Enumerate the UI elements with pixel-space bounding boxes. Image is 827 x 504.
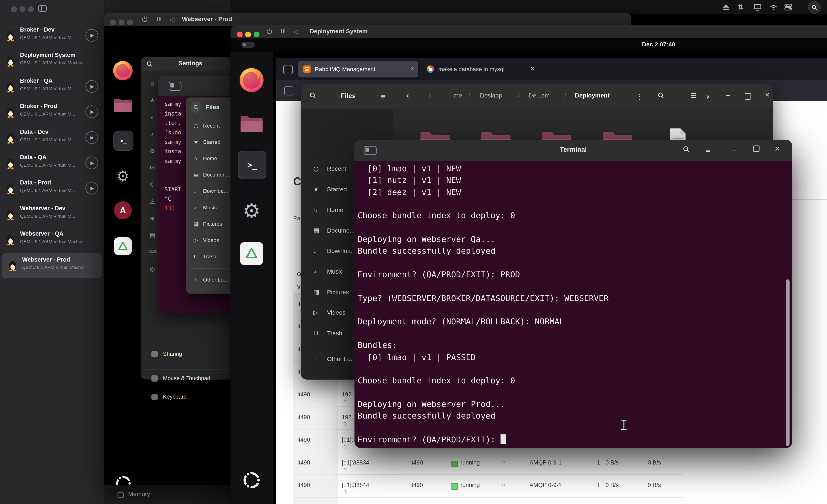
settings-category-icon[interactable]: ⚙ (150, 148, 155, 154)
vm-play-button[interactable]: ▶ (86, 80, 98, 93)
files-menu-videos[interactable]: ▷Videos (189, 233, 236, 248)
hamburger-menu-icon[interactable]: ≡ (381, 92, 385, 101)
connection-name[interactable]: [::1]:38844 (342, 482, 369, 488)
settings-category-icon[interactable]: ▦ (150, 232, 155, 238)
settings-header[interactable]: Settings (141, 57, 240, 71)
vm-play-button[interactable]: ▶ (86, 105, 98, 118)
settings-category-icon[interactable]: ◎ (150, 266, 155, 272)
vm2-zoom-button[interactable] (254, 32, 259, 37)
connection-row[interactable]: it490 [::1]:38844 ? it490 running ○ AMQP… (293, 474, 683, 498)
search-icon[interactable] (309, 92, 316, 101)
terminal-new-tab-icon[interactable] (169, 82, 182, 91)
files-menu-recent[interactable]: ◷Recent (189, 118, 236, 133)
pause-icon[interactable] (279, 28, 286, 35)
breadcrumb-home[interactable]: me (453, 92, 462, 99)
window-minimize-icon[interactable]: – (726, 90, 730, 100)
sidebar-toggle-icon[interactable] (38, 5, 47, 14)
vm-play-button[interactable]: ▶ (86, 182, 98, 195)
files-menu-home[interactable]: ⌂Home (189, 151, 236, 166)
vm-list-item-data-qa[interactable]: Data - QA QEMU 9.1 ARM Virtual M... ▶ (0, 151, 104, 176)
vm-list-item-data-prod[interactable]: Data - Prod QEMU 9.1 ARM Virtual M... ▶ (0, 176, 104, 201)
settings-item-keyboard[interactable]: Keyboard (145, 390, 236, 404)
list-view-icon[interactable] (690, 92, 697, 101)
dock-firefox-icon[interactable] (238, 66, 265, 94)
settings-category-icon[interactable]: ♪ (151, 131, 154, 137)
terminal-header[interactable]: Terminal ≡ – × (354, 140, 792, 161)
ubuntu-clock[interactable]: Dec 2 07:40 (642, 41, 675, 47)
window-maximize-icon[interactable] (753, 144, 759, 154)
files-menu-documents[interactable]: ▤Documen... (189, 168, 236, 183)
dock-files-icon[interactable] (113, 96, 133, 113)
search-in-folder-icon[interactable] (657, 92, 665, 101)
menubar-updown-icon[interactable]: ⇅ (736, 3, 745, 12)
spotlight-search-icon[interactable] (808, 1, 821, 14)
vm1-close-button[interactable] (110, 19, 116, 26)
forward-icon[interactable]: › (428, 91, 431, 100)
menubar-eject-icon[interactable] (722, 3, 730, 12)
back-icon[interactable]: ◁ (168, 16, 176, 23)
window-close-icon[interactable]: × (775, 145, 780, 154)
files-menu-pictures[interactable]: ▦Pictures (189, 217, 236, 232)
settings-category-icon[interactable]: ⊕ (150, 215, 155, 221)
menubar-display-icon[interactable] (753, 3, 762, 12)
vm-play-button[interactable]: ▶ (86, 29, 98, 42)
utm-minimize-button[interactable] (19, 6, 26, 12)
dock-software-recycle-icon[interactable] (114, 237, 132, 255)
settings-category-icon[interactable]: ⌨ (148, 249, 157, 255)
power-icon[interactable] (141, 16, 148, 23)
utm-close-button[interactable] (11, 6, 17, 12)
settings-category-icon[interactable]: ★ (150, 97, 155, 103)
terminal-search-icon[interactable] (682, 146, 690, 155)
tab-close-icon[interactable]: × (410, 65, 414, 72)
window-maximize-icon[interactable] (745, 92, 751, 102)
settings-category-icon[interactable]: ◐ (151, 114, 154, 120)
window-minimize-icon[interactable]: – (732, 146, 736, 155)
vm-list-item-data-dev[interactable]: Data - Dev QEMU 9.1 ARM Virtual M... ▶ (0, 125, 104, 151)
back-icon[interactable]: ‹ (406, 91, 409, 100)
vm-list-item-broker-dev[interactable]: Broker - Dev QEMU 9.1 ARM Virtual M... ▶ (0, 23, 104, 49)
power-icon[interactable] (265, 28, 273, 35)
settings-item-sharing[interactable]: Sharing (145, 347, 236, 362)
vm-list-item-deployment-system[interactable]: Deployment System QEMU 9.1 ARM Virtual M… (0, 49, 104, 74)
dock-files-icon[interactable] (239, 114, 263, 134)
connection-name[interactable]: [::1]: (342, 437, 353, 443)
files-menu-trash[interactable]: ⊔Trash (189, 249, 236, 264)
tab-make-database-mysql[interactable]: make a database in mysql × (421, 61, 538, 78)
vm-play-button[interactable]: ▶ (86, 157, 98, 169)
dock-settings-gear-icon[interactable]: ⚙ (239, 199, 263, 223)
dock-settings-gear-icon[interactable]: ⚙ (113, 167, 132, 186)
vm-play-button[interactable]: ▶ (86, 131, 98, 144)
vm2-close-button[interactable] (237, 32, 243, 37)
utm-zoom-button[interactable] (28, 6, 34, 12)
connection-name[interactable]: [::1]:38834 (342, 459, 369, 465)
files-menu-starred[interactable]: ★Starred (189, 135, 236, 150)
tab-rabbitmq-management[interactable]: RabbitMQ Management × (298, 61, 418, 78)
vm-list-item-webserver-qa[interactable]: Webserver - QA QEMU 9.1 ARM Virtual Mach… (0, 227, 104, 253)
activities-pill[interactable] (241, 42, 255, 48)
settings-category-icon[interactable]: ⚠ (150, 198, 155, 204)
vm-list-item-broker-prod[interactable]: Broker - Prod QEMU 9.1 ARM Virtual M... … (0, 100, 104, 125)
breadcrumb-deployment[interactable]: Deployment (575, 92, 610, 99)
connection-row[interactable]: it490 [::1]:38834 ? it490 running ○ AMQP… (293, 452, 683, 475)
connection-name[interactable]: 192. (342, 414, 353, 420)
breadcrumb-desktop[interactable]: Desktop (480, 92, 502, 99)
dock-software-recycle-icon[interactable] (240, 242, 263, 265)
files-menu-downloads[interactable]: ↓Downloa... (189, 184, 236, 199)
vm2-minimize-button[interactable] (245, 32, 251, 37)
files-header[interactable]: Files ≡ ‹ › me / Desktop / De...em / Dep… (301, 85, 773, 109)
firefox-view-icon[interactable] (283, 65, 293, 74)
sidebar-toggle-icon[interactable] (284, 87, 293, 96)
settings-category-icon[interactable]: ☾ (150, 181, 155, 188)
connection-row[interactable]: it490 [::1]:46804 ? it490 running ○ AMQP… (293, 497, 683, 504)
view-chevron-down-icon[interactable]: ∨ (706, 92, 710, 101)
breadcrumb-deployment-system[interactable]: De...em (529, 92, 550, 99)
settings-category-icon[interactable]: ✉ (150, 164, 155, 171)
terminal-screen[interactable]: [0] lmao | v1 | NEW [1] nutz | v1 | NEW … (354, 161, 792, 448)
terminal-scrollbar[interactable] (786, 280, 790, 446)
vm1-zoom-button[interactable] (127, 19, 133, 26)
tab-close-icon[interactable]: × (531, 65, 534, 72)
pause-icon[interactable] (155, 16, 162, 23)
dock-firefox-icon[interactable] (112, 59, 134, 82)
dock-app-a-icon[interactable]: A (114, 201, 132, 219)
kebab-menu-icon[interactable]: ⋮ (636, 92, 643, 101)
